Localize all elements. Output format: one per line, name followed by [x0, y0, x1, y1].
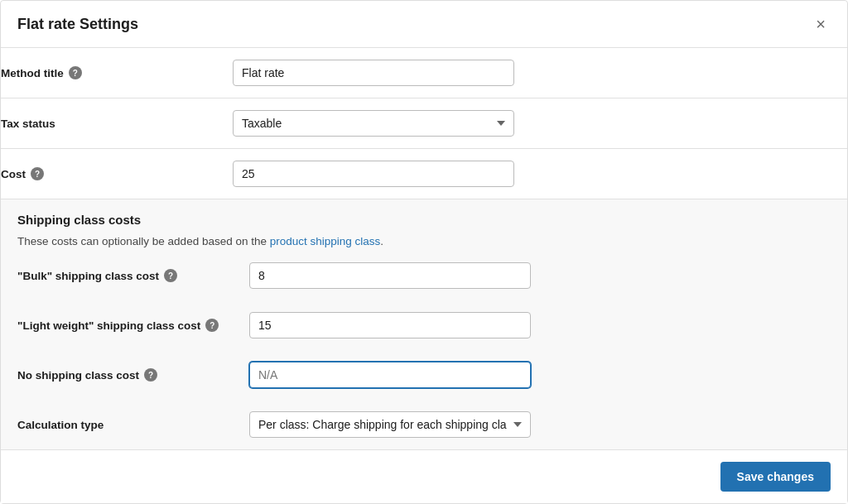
shipping-class-description: These costs can optionally be added base…: [17, 235, 831, 247]
modal-body: Method title ? Tax status Taxable None: [1, 48, 847, 449]
cost-label: Cost ?: [1, 167, 233, 180]
method-title-label: Method title ?: [1, 66, 233, 79]
modal-header: Flat rate Settings ×: [1, 1, 847, 48]
modal-title: Flat rate Settings: [17, 16, 138, 33]
cost-input[interactable]: [233, 161, 514, 187]
tax-status-row: Tax status Taxable None: [1, 98, 847, 148]
no-shipping-class-row: No shipping class cost ?: [17, 350, 831, 400]
modal-footer: Save changes: [1, 449, 847, 503]
light-weight-shipping-label: "Light weight" shipping class cost ?: [17, 319, 249, 332]
light-weight-help-icon[interactable]: ?: [205, 319, 219, 332]
no-shipping-class-label: No shipping class cost ?: [17, 368, 249, 382]
bulk-help-icon[interactable]: ?: [164, 269, 177, 282]
shipping-class-title: Shipping class costs: [17, 213, 831, 227]
bulk-shipping-label: "Bulk" shipping class cost ?: [17, 269, 249, 282]
flat-rate-settings-modal: Flat rate Settings × Method title ? Tax …: [0, 0, 848, 504]
light-weight-shipping-row: "Light weight" shipping class cost ?: [17, 300, 831, 350]
no-shipping-class-input[interactable]: [249, 362, 531, 388]
calculation-type-label: Calculation type: [17, 419, 249, 431]
method-title-row: Method title ?: [1, 48, 847, 98]
save-changes-button[interactable]: Save changes: [720, 462, 831, 492]
calculation-type-row: Calculation type Per class: Charge shipp…: [17, 400, 831, 449]
tax-status-label: Tax status: [1, 118, 233, 130]
calculation-type-select[interactable]: Per class: Charge shipping for each ship…: [249, 411, 531, 438]
light-weight-shipping-input[interactable]: [249, 312, 531, 338]
basic-settings-section: Method title ? Tax status Taxable None: [1, 48, 847, 199]
no-class-help-icon[interactable]: ?: [144, 368, 157, 382]
cost-row: Cost ?: [1, 149, 847, 199]
bulk-shipping-row: "Bulk" shipping class cost ?: [17, 251, 831, 300]
tax-status-select[interactable]: Taxable None: [233, 110, 514, 137]
product-shipping-class-link[interactable]: product shipping class: [270, 235, 381, 247]
cost-help-icon[interactable]: ?: [31, 167, 44, 180]
bulk-shipping-input[interactable]: [249, 262, 531, 289]
method-title-input[interactable]: [233, 60, 514, 86]
method-title-help-icon[interactable]: ?: [69, 66, 82, 79]
shipping-class-section: Shipping class costs These costs can opt…: [1, 199, 847, 449]
close-button[interactable]: ×: [811, 14, 831, 34]
